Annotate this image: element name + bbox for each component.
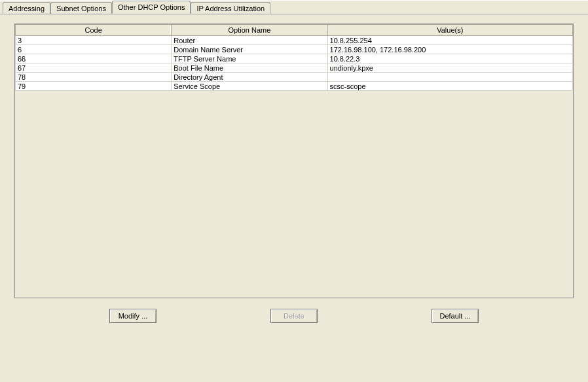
tab-other-dhcp-options[interactable]: Other DHCP Options <box>112 1 191 14</box>
cell-code: 3 <box>16 36 172 45</box>
cell-name: TFTP Server Name <box>172 54 327 63</box>
col-header-name[interactable]: Option Name <box>172 25 327 36</box>
cell-value: scsc-scope <box>327 82 572 91</box>
col-header-value[interactable]: Value(s) <box>327 25 572 36</box>
button-row: Modify ... Delete Default ... <box>0 309 588 323</box>
cell-name: Boot File Name <box>172 63 327 73</box>
tab-addressing[interactable]: Addressing <box>3 2 50 14</box>
cell-name: Domain Name Server <box>172 45 327 54</box>
cell-name: Service Scope <box>172 82 327 91</box>
cell-code: 66 <box>16 54 172 63</box>
cell-code: 6 <box>16 45 172 54</box>
tab-panel: Code Option Name Value(s) 3 Router 10.8.… <box>0 14 588 382</box>
cell-value <box>327 73 572 82</box>
table-row[interactable]: 79 Service Scope scsc-scope <box>16 82 573 91</box>
cell-name: Router <box>172 36 327 45</box>
table-row[interactable]: 3 Router 10.8.255.254 <box>16 36 573 45</box>
col-header-code[interactable]: Code <box>16 25 172 36</box>
cell-name: Directory Agent <box>172 73 327 82</box>
cell-value: 10.8.255.254 <box>327 36 572 45</box>
cell-value: 172.16.98.100, 172.16.98.200 <box>327 45 572 54</box>
cell-code: 67 <box>16 63 172 73</box>
tab-subnet-options[interactable]: Subnet Options <box>50 2 112 14</box>
table-row[interactable]: 6 Domain Name Server 172.16.98.100, 172.… <box>16 45 573 54</box>
cell-value: 10.8.22.3 <box>327 54 572 63</box>
table-row[interactable]: 67 Boot File Name undionly.kpxe <box>16 63 573 73</box>
table-row[interactable]: 66 TFTP Server Name 10.8.22.3 <box>16 54 573 63</box>
delete-button[interactable]: Delete <box>270 309 318 323</box>
dhcp-options-table-area: Code Option Name Value(s) 3 Router 10.8.… <box>14 24 574 298</box>
cell-value: undionly.kpxe <box>327 63 572 73</box>
dhcp-options-table[interactable]: Code Option Name Value(s) 3 Router 10.8.… <box>15 24 573 91</box>
default-button[interactable]: Default ... <box>432 309 479 323</box>
modify-button[interactable]: Modify ... <box>109 309 156 323</box>
table-body: 3 Router 10.8.255.254 6 Domain Name Serv… <box>16 36 573 91</box>
cell-code: 79 <box>16 82 172 91</box>
tab-ip-address-utilization[interactable]: IP Address Utilization <box>191 2 270 14</box>
cell-code: 78 <box>16 73 172 82</box>
table-row[interactable]: 78 Directory Agent <box>16 73 573 82</box>
tabstrip: Addressing Subnet Options Other DHCP Opt… <box>3 1 270 14</box>
dhcp-options-window: Addressing Subnet Options Other DHCP Opt… <box>0 0 588 382</box>
table-header-row: Code Option Name Value(s) <box>16 25 573 36</box>
